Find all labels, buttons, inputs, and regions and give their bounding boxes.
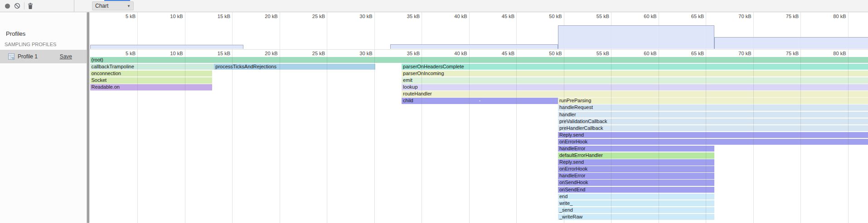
flame-bar[interactable]: (root) <box>90 57 868 63</box>
flame-bar[interactable]: _send <box>558 207 714 214</box>
ruler-tick-label: 75 kB <box>769 14 799 19</box>
ruler-tick-label: 30 kB <box>343 50 373 57</box>
flame-bar[interactable]: defaultErrorHandler <box>558 152 714 159</box>
overview-area-segment <box>558 25 714 49</box>
panel-separator <box>74 0 74 12</box>
flame-bar[interactable]: emit <box>402 77 868 84</box>
ruler-tick-label: 10 kB <box>153 50 183 57</box>
flame-bar[interactable]: handleError <box>558 173 714 179</box>
scrollbar-thumb[interactable] <box>87 12 89 223</box>
flame-bar[interactable]: routeHandler <box>402 91 868 97</box>
toolbar-separator <box>24 2 24 9</box>
overview-area-segment <box>390 44 558 49</box>
gridline <box>232 12 233 50</box>
flame-chart-ruler: 5 kB10 kB15 kB20 kB25 kB30 kB35 kB40 kB4… <box>90 50 868 57</box>
sampling-profiles-heading: SAMPLING PROFILES <box>5 42 56 47</box>
svg-text:%: % <box>11 57 14 60</box>
flame-bar[interactable]: runPreParsing <box>558 98 868 104</box>
ruler-tick-label: 30 kB <box>343 14 373 19</box>
allocation-overview[interactable]: 5 kB10 kB15 kB20 kB25 kB30 kB35 kB40 kB4… <box>90 12 868 50</box>
flame-bar[interactable]: onErrorHook <box>558 166 714 172</box>
ruler-tick-label: 50 kB <box>532 50 562 57</box>
overview-area-segment <box>714 37 868 49</box>
active-tab-indicator <box>104 0 130 1</box>
sidebar-title: Profiles <box>6 30 25 37</box>
ruler-tick-label: 80 kB <box>816 50 846 57</box>
ruler-tick-label: 40 kB <box>437 14 467 19</box>
gridline <box>327 12 327 50</box>
profiles-sidebar: Profiles SAMPLING PROFILES % Profile 1 S… <box>0 12 87 223</box>
chevron-down-icon: ▼ <box>127 4 131 8</box>
flame-bar[interactable]: preValidationCallback <box>558 119 868 125</box>
flame-bar[interactable]: onSendEnd <box>558 187 714 193</box>
flame-bar[interactable]: onconnection <box>90 71 213 77</box>
ruler-tick-label: 80 kB <box>816 14 846 19</box>
ruler-tick-label: 35 kB <box>390 50 420 57</box>
flame-bar[interactable]: callbackTrampoline <box>90 64 214 70</box>
flame-bar[interactable]: parserOnIncoming <box>402 71 868 77</box>
block-icon <box>14 3 20 9</box>
gridline <box>185 12 185 50</box>
flame-bar[interactable]: parserOnHeadersComplete <box>402 64 868 70</box>
ruler-tick-label: 35 kB <box>390 14 420 19</box>
gridline <box>137 12 138 50</box>
ruler-tick-label: 15 kB <box>200 14 230 19</box>
ruler-tick-label: 65 kB <box>674 14 704 19</box>
flame-bar[interactable]: preHandlerCallback <box>558 125 868 132</box>
ruler-tick-label: 70 kB <box>722 14 752 19</box>
flame-bar[interactable]: Readable.on <box>90 84 213 90</box>
profile-icon: % <box>8 53 15 60</box>
profiler-toolbar: Chart ▼ <box>0 0 868 12</box>
ruler-tick-label: 25 kB <box>295 14 325 19</box>
ruler-tick-label: 55 kB <box>579 14 609 19</box>
flame-bar[interactable]: end <box>558 194 714 200</box>
ruler-tick-label: 45 kB <box>485 50 514 57</box>
clear-profiles-button[interactable] <box>13 0 21 12</box>
chart-pane: 5 kB10 kB15 kB20 kB25 kB30 kB35 kB40 kB4… <box>90 12 868 223</box>
save-profile-link[interactable]: Save <box>60 53 72 60</box>
ruler-tick-label: 5 kB <box>106 14 136 19</box>
ruler-tick-label: 5 kB <box>106 50 136 57</box>
overview-area-segment <box>90 45 244 49</box>
ruler-tick-label: 60 kB <box>627 50 657 57</box>
flame-bar[interactable]: processTicksAndRejections <box>214 64 375 70</box>
ruler-tick-label: 20 kB <box>248 50 278 57</box>
sidebar-item-profile-1[interactable]: % Profile 1 Save <box>0 50 87 63</box>
ruler-tick-label: 15 kB <box>200 50 230 57</box>
ruler-tick-label: 55 kB <box>579 50 609 57</box>
delete-profile-button[interactable] <box>26 0 34 12</box>
ruler-tick-label: 25 kB <box>295 50 325 57</box>
ruler-tick-label: 75 kB <box>769 50 799 57</box>
flame-bar[interactable]: Reply.send <box>558 159 714 166</box>
flame-bar[interactable]: onSendHook <box>558 180 714 186</box>
ruler-tick-label: 45 kB <box>485 14 514 19</box>
profile-name: Profile 1 <box>18 53 38 60</box>
flame-bar[interactable]: lookup <box>402 84 868 90</box>
flame-bar[interactable]: handleRequest <box>558 104 868 111</box>
ruler-tick-label: 10 kB <box>153 14 183 19</box>
flame-bar[interactable]: write_ <box>558 200 714 207</box>
ruler-tick-label: 70 kB <box>722 50 752 57</box>
flame-bar[interactable]: onErrorHook <box>558 139 868 145</box>
ruler-tick-label: 60 kB <box>627 14 657 19</box>
gridline <box>374 12 375 50</box>
view-mode-value: Chart <box>95 3 108 9</box>
trash-icon <box>28 3 33 9</box>
record-button[interactable] <box>3 0 11 12</box>
memory-profiler-panel: Chart ▼ Profiles SAMPLING PROFILES % Pro… <box>0 0 868 223</box>
view-mode-select[interactable]: Chart ▼ <box>92 1 134 10</box>
ruler-tick-label: 50 kB <box>532 14 562 19</box>
flame-bar[interactable]: _writeRaw <box>558 214 714 220</box>
flame-bar[interactable]: Reply.send <box>558 132 868 138</box>
gridline <box>280 12 280 50</box>
flame-chart: (root)callbackTrampolineprocessTicksAndR… <box>90 57 868 223</box>
flame-bar[interactable]: handleError <box>558 146 714 152</box>
flame-bar[interactable]: child <box>402 98 558 104</box>
ruler-tick-label: 65 kB <box>674 50 704 57</box>
record-icon <box>5 4 10 9</box>
ruler-tick-label: 20 kB <box>248 14 278 19</box>
flame-bar[interactable]: Socket <box>90 77 213 84</box>
ruler-tick-label: 40 kB <box>437 50 467 57</box>
flame-bar[interactable]: handler <box>558 112 868 118</box>
